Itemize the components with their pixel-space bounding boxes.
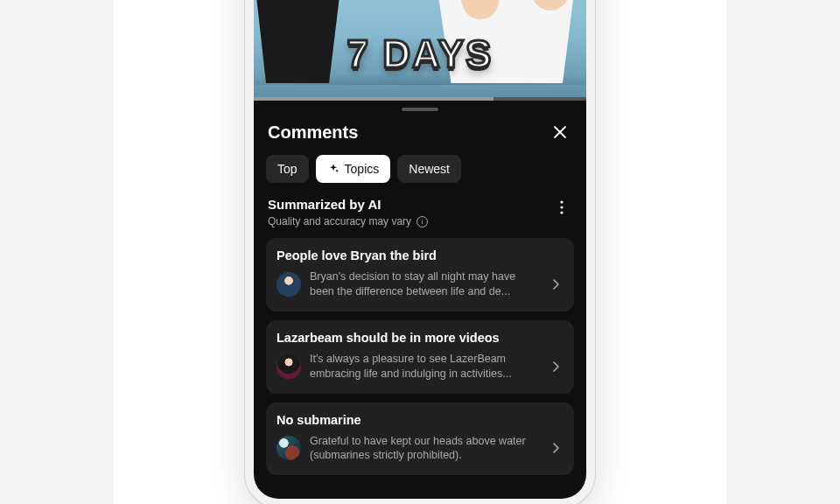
svg-point-1 xyxy=(560,206,563,208)
more-options-button[interactable] xyxy=(551,197,572,218)
sort-chips: Top Topics Newest xyxy=(266,155,574,195)
chip-topics[interactable]: Topics xyxy=(316,155,391,183)
avatar xyxy=(276,354,301,379)
topic-card[interactable]: People love Bryan the bird Bryan's decis… xyxy=(266,238,574,312)
svg-point-2 xyxy=(560,211,563,214)
chip-topics-label: Topics xyxy=(345,162,380,176)
phone-screen: 7 DAYS Comments Top xyxy=(254,0,586,499)
comments-title: Comments xyxy=(268,122,358,143)
close-button[interactable] xyxy=(548,120,572,144)
chip-newest[interactable]: Newest xyxy=(397,155,461,183)
video-progress-bar[interactable] xyxy=(254,97,586,101)
avatar xyxy=(276,272,301,297)
close-icon xyxy=(551,123,569,141)
chevron-right-icon xyxy=(550,277,564,291)
ai-summary-header: Summarized by AI Quality and accuracy ma… xyxy=(266,195,574,238)
page-background: 7 DAYS Comments Top xyxy=(114,0,726,504)
topic-snippet: It's always a pleasure to see LazerBeam … xyxy=(310,352,541,382)
topic-title: Lazarbeam should be in more videos xyxy=(276,331,564,345)
panel-drag-handle[interactable] xyxy=(402,108,438,111)
chip-top[interactable]: Top xyxy=(266,155,309,183)
avatar xyxy=(276,436,301,460)
ai-summary-subtitle: Quality and accuracy may vary i xyxy=(268,215,428,228)
comments-header: Comments xyxy=(266,115,574,155)
chevron-right-icon xyxy=(550,360,564,374)
sparkle-icon xyxy=(327,163,340,175)
info-icon[interactable]: i xyxy=(416,216,428,228)
topic-card[interactable]: No submarine Grateful to have kept our h… xyxy=(266,402,574,476)
video-overlay-text: 7 DAYS xyxy=(347,32,494,76)
topic-title: People love Bryan the bird xyxy=(276,248,564,262)
kebab-icon xyxy=(560,200,564,214)
comments-panel: Comments Top Topics Newest xyxy=(254,115,586,499)
video-buffer xyxy=(254,97,494,101)
topic-title: No submarine xyxy=(276,413,564,427)
svg-point-0 xyxy=(560,200,563,203)
topic-cards: People love Bryan the bird Bryan's decis… xyxy=(266,238,574,475)
chevron-right-icon xyxy=(550,441,564,455)
ai-summary-subtitle-text: Quality and accuracy may vary xyxy=(268,215,411,228)
video-player[interactable]: 7 DAYS xyxy=(254,0,586,101)
phone-frame: 7 DAYS Comments Top xyxy=(245,0,595,504)
topic-card[interactable]: Lazarbeam should be in more videos It's … xyxy=(266,320,574,394)
ai-summary-title: Summarized by AI xyxy=(268,197,428,212)
topic-snippet: Grateful to have kept our heads above wa… xyxy=(310,434,541,464)
topic-snippet: Bryan's decision to stay all night may h… xyxy=(310,270,541,299)
